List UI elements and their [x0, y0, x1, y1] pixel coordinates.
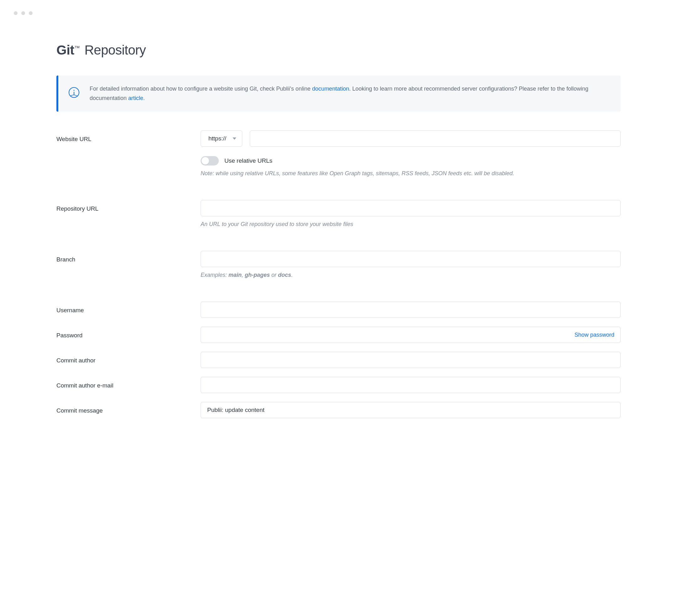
label-commit-message: Commit message — [56, 402, 200, 415]
relative-urls-toggle[interactable] — [200, 156, 219, 166]
form-row-username: Username — [56, 302, 621, 318]
form-row-repo-url: Repository URL An URL to your Git reposi… — [56, 200, 621, 229]
page-title: Git™ Repository — [56, 40, 621, 60]
form-row-commit-message: Commit message — [56, 402, 621, 418]
commit-email-input[interactable] — [200, 377, 621, 393]
info-icon — [68, 86, 80, 99]
label-repo-url: Repository URL — [56, 200, 200, 214]
banner-text-part: . — [143, 95, 145, 101]
svg-point-1 — [74, 90, 75, 91]
form-row-commit-email: Commit author e-mail — [56, 377, 621, 393]
banner-text-part: For detailed information about how to co… — [90, 86, 312, 92]
trademark-symbol: ™ — [74, 45, 80, 51]
branch-example: gh-pages — [245, 272, 270, 278]
page-title-rest: Repository — [81, 43, 146, 57]
window-dot — [14, 11, 17, 15]
form-row-website-url: Website URL https:// Use relative URLs N… — [56, 130, 621, 178]
branch-help-part: Examples: — [200, 272, 228, 278]
label-commit-author: Commit author — [56, 352, 200, 365]
protocol-select[interactable]: https:// — [200, 130, 242, 147]
website-url-input[interactable] — [250, 130, 621, 147]
form-row-password: Password Show password — [56, 327, 621, 343]
info-banner: For detailed information about how to co… — [56, 76, 621, 112]
branch-input[interactable] — [200, 251, 621, 267]
branch-help-part: or — [270, 272, 278, 278]
repo-url-help: An URL to your Git repository used to st… — [200, 220, 621, 229]
window-dot — [21, 11, 25, 15]
label-branch: Branch — [56, 251, 200, 264]
page-title-brand: Git — [56, 43, 74, 57]
article-link[interactable]: article — [128, 95, 143, 101]
label-username: Username — [56, 302, 200, 315]
label-commit-email: Commit author e-mail — [56, 377, 200, 390]
repo-url-input[interactable] — [200, 200, 621, 216]
commit-message-input[interactable] — [200, 402, 621, 418]
chevron-down-icon — [233, 138, 236, 140]
branch-help-part: , — [242, 272, 245, 278]
commit-author-input[interactable] — [200, 352, 621, 368]
window-traffic-lights — [0, 0, 677, 15]
branch-example: main — [228, 272, 242, 278]
password-input[interactable] — [200, 327, 621, 343]
documentation-link[interactable]: documentation — [312, 86, 349, 92]
protocol-value: https:// — [209, 134, 226, 143]
relative-urls-note: Note: while using relative URLs, some fe… — [200, 169, 621, 178]
label-website-url: Website URL — [56, 130, 200, 144]
form-row-commit-author: Commit author — [56, 352, 621, 368]
window-dot — [29, 11, 33, 15]
branch-help: Examples: main, gh-pages or docs. — [200, 271, 621, 280]
branch-help-part: . — [291, 272, 293, 278]
show-password-button[interactable]: Show password — [575, 332, 614, 338]
form-row-branch: Branch Examples: main, gh-pages or docs. — [56, 251, 621, 280]
info-banner-text: For detailed information about how to co… — [90, 84, 608, 103]
label-password: Password — [56, 327, 200, 340]
username-input[interactable] — [200, 302, 621, 318]
branch-example: docs — [278, 272, 291, 278]
relative-urls-label: Use relative URLs — [224, 157, 272, 166]
